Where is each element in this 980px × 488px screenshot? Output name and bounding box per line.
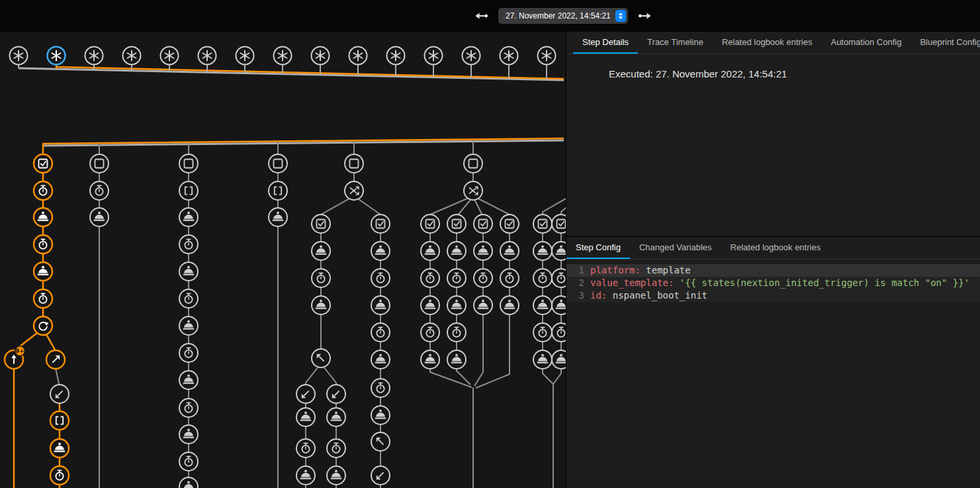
trigger-node[interactable] xyxy=(463,47,480,65)
service-node[interactable] xyxy=(552,350,566,369)
tab-step-config[interactable]: Step Config xyxy=(566,237,630,259)
tab-changed-variables[interactable]: Changed Variables xyxy=(630,237,721,259)
service-node[interactable] xyxy=(500,242,519,260)
brackets-node[interactable] xyxy=(50,411,69,430)
arrow-nw-node[interactable] xyxy=(312,349,330,367)
service-node[interactable] xyxy=(500,296,519,315)
delay-node[interactable] xyxy=(500,269,519,287)
tab-related-logbook-entries[interactable]: Related logbook entries xyxy=(713,32,822,54)
service-node[interactable] xyxy=(371,350,390,369)
delay-node[interactable] xyxy=(179,399,198,417)
condition-checked-node[interactable] xyxy=(34,154,52,173)
trigger-node[interactable] xyxy=(48,47,66,65)
delay-node[interactable] xyxy=(533,323,552,342)
repeat-node[interactable] xyxy=(34,317,52,335)
condition-node[interactable] xyxy=(179,154,198,173)
condition-checked-node[interactable] xyxy=(474,215,492,233)
delay-node[interactable] xyxy=(447,269,466,287)
trigger-node[interactable] xyxy=(199,47,216,65)
service-node[interactable] xyxy=(179,208,198,226)
delay-node[interactable] xyxy=(552,269,566,287)
delay-node[interactable] xyxy=(327,439,345,458)
arrow-sw-node[interactable] xyxy=(327,385,345,403)
prev-trace-button[interactable] xyxy=(472,7,490,24)
service-node[interactable] xyxy=(34,208,52,226)
parallel-node[interactable] xyxy=(345,181,363,200)
service-node[interactable] xyxy=(269,208,287,226)
service-node[interactable] xyxy=(447,242,466,260)
service-node[interactable] xyxy=(533,350,552,369)
condition-node[interactable] xyxy=(464,154,482,173)
trigger-node[interactable] xyxy=(236,47,254,65)
condition-checked-node[interactable] xyxy=(421,215,439,233)
service-node[interactable] xyxy=(327,466,345,485)
brackets-node[interactable] xyxy=(179,181,198,200)
condition-node[interactable] xyxy=(345,154,363,173)
condition-checked-node[interactable] xyxy=(533,215,552,233)
service-node[interactable] xyxy=(179,262,198,281)
delay-node[interactable] xyxy=(34,181,52,200)
arrow-sw-node[interactable] xyxy=(50,385,69,403)
trigger-node[interactable] xyxy=(425,47,443,65)
arrow-nw-node[interactable] xyxy=(371,432,390,451)
tab-trace-timeline[interactable]: Trace Timeline xyxy=(638,32,713,54)
trigger-node[interactable] xyxy=(85,47,103,65)
service-node[interactable] xyxy=(179,371,198,389)
trigger-node[interactable] xyxy=(312,47,330,65)
parallel-node[interactable] xyxy=(464,181,482,200)
service-node[interactable] xyxy=(179,477,198,488)
arrow-sw-node[interactable] xyxy=(371,466,390,485)
trigger-node[interactable] xyxy=(123,47,141,65)
brackets-node[interactable] xyxy=(269,181,287,200)
condition-checked-node[interactable] xyxy=(312,215,330,233)
service-node[interactable] xyxy=(533,242,552,260)
delay-node[interactable] xyxy=(371,323,390,342)
service-node[interactable] xyxy=(552,242,566,260)
tab-step-details[interactable]: Step Details xyxy=(573,32,638,54)
service-node[interactable] xyxy=(296,408,315,426)
delay-node[interactable] xyxy=(371,269,390,287)
delay-node[interactable] xyxy=(552,323,566,342)
condition-checked-node[interactable] xyxy=(500,215,519,233)
delay-node[interactable] xyxy=(296,439,315,458)
service-node[interactable] xyxy=(179,425,198,444)
condition-node[interactable] xyxy=(90,154,109,173)
arrow-ne-node[interactable] xyxy=(46,350,65,369)
step-config-code-editor[interactable]: 1 platform: template 2 value_template: '… xyxy=(566,264,980,302)
delay-node[interactable] xyxy=(34,289,52,308)
service-node[interactable] xyxy=(421,242,439,260)
service-node[interactable] xyxy=(447,296,466,315)
service-node[interactable] xyxy=(179,317,198,335)
delay-node[interactable] xyxy=(421,269,439,287)
service-node[interactable] xyxy=(421,296,439,315)
service-node[interactable] xyxy=(421,350,439,369)
arrow-sw-node[interactable] xyxy=(296,385,315,403)
condition-node[interactable] xyxy=(269,154,287,173)
trigger-node[interactable] xyxy=(500,47,518,65)
delay-node[interactable] xyxy=(533,269,552,287)
trigger-node[interactable] xyxy=(387,47,405,65)
tab-automation-config[interactable]: Automation Config xyxy=(821,32,911,54)
trigger-node[interactable] xyxy=(10,47,28,65)
trigger-node[interactable] xyxy=(274,47,292,65)
delay-node[interactable] xyxy=(421,323,439,342)
service-node[interactable] xyxy=(371,406,390,424)
condition-checked-node[interactable] xyxy=(371,215,390,233)
tab-config-related-logbook-entries[interactable]: Related logbook entries xyxy=(721,237,830,259)
delay-node[interactable] xyxy=(50,466,69,485)
service-node[interactable] xyxy=(474,242,492,260)
service-node[interactable] xyxy=(371,242,390,260)
delay-node[interactable] xyxy=(179,289,198,308)
service-node[interactable] xyxy=(50,439,69,458)
tab-blueprint-config[interactable]: Blueprint Config xyxy=(911,32,980,54)
delay-node[interactable] xyxy=(447,323,466,342)
service-node[interactable] xyxy=(312,242,330,260)
trace-run-select[interactable]: 27. November 2022, 14:54:21 xyxy=(498,8,628,24)
service-node[interactable] xyxy=(296,466,315,485)
service-node[interactable] xyxy=(371,296,390,315)
service-node[interactable] xyxy=(34,262,52,281)
service-node[interactable] xyxy=(552,296,566,315)
service-node[interactable] xyxy=(474,296,492,315)
delay-node[interactable] xyxy=(371,379,390,397)
service-node[interactable] xyxy=(312,296,330,315)
